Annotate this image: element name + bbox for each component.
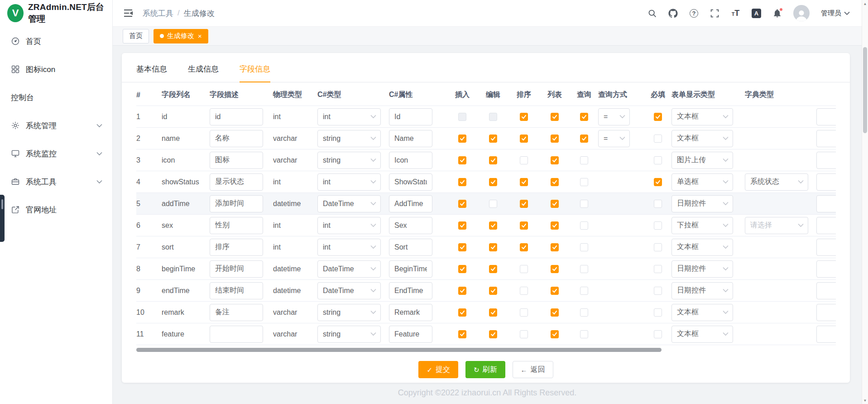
cs-type-select[interactable]: int — [317, 173, 381, 191]
required-checkbox[interactable] — [654, 221, 662, 230]
cs-type-select[interactable]: DateTime — [317, 195, 381, 212]
display-type-select[interactable]: 文本框 — [671, 326, 733, 343]
edit-checkbox[interactable] — [489, 330, 497, 338]
insert-checkbox[interactable] — [458, 156, 466, 164]
query-checkbox[interactable] — [580, 221, 588, 230]
tab-generate-info[interactable]: 生成信息 — [188, 64, 219, 82]
tab-basic-info[interactable]: 基本信息 — [136, 64, 167, 82]
overflow-column-input[interactable] — [816, 173, 836, 191]
sort-checkbox[interactable] — [520, 200, 528, 208]
list-checkbox[interactable] — [551, 287, 559, 295]
list-checkbox[interactable] — [551, 308, 559, 317]
insert-checkbox[interactable] — [458, 330, 466, 338]
insert-checkbox[interactable] — [458, 243, 466, 251]
overflow-column-input[interactable] — [816, 260, 836, 278]
cs-type-select[interactable]: string — [317, 130, 381, 147]
cs-property-input[interactable] — [389, 152, 432, 169]
description-input[interactable] — [210, 173, 263, 191]
sidebar-item-system-tools[interactable]: 系统工具 — [0, 168, 112, 196]
query-checkbox[interactable] — [580, 287, 588, 295]
cs-property-input[interactable] — [389, 260, 432, 278]
cs-property-input[interactable] — [389, 304, 432, 321]
cs-property-input[interactable] — [389, 130, 432, 147]
edit-checkbox[interactable] — [489, 156, 497, 164]
edit-checkbox[interactable] — [489, 178, 497, 186]
description-input[interactable] — [210, 260, 263, 278]
list-checkbox[interactable] — [551, 243, 559, 251]
cs-type-select[interactable]: DateTime — [317, 282, 381, 299]
sort-checkbox[interactable] — [520, 178, 528, 186]
sidebar-item-system-monitor[interactable]: 系统监控 — [0, 139, 112, 168]
scroll-down-icon[interactable]: ▼ — [862, 397, 868, 404]
close-icon[interactable]: × — [198, 33, 202, 39]
avatar[interactable] — [793, 5, 810, 21]
cs-type-select[interactable]: string — [317, 326, 381, 343]
insert-checkbox[interactable] — [458, 113, 466, 121]
sidebar-item-system-admin[interactable]: 系统管理 — [0, 111, 112, 139]
cs-type-select[interactable]: string — [317, 152, 381, 169]
required-checkbox[interactable] — [654, 308, 662, 317]
fullscreen-icon[interactable] — [710, 9, 719, 18]
cs-type-select[interactable]: DateTime — [317, 260, 381, 278]
display-type-select[interactable]: 单选框 — [671, 173, 733, 191]
query-method-select[interactable]: = — [598, 108, 630, 125]
sort-checkbox[interactable] — [520, 243, 528, 251]
cs-type-select[interactable]: string — [317, 304, 381, 321]
cs-property-input[interactable] — [389, 217, 432, 234]
cs-property-input[interactable] — [389, 326, 432, 343]
breadcrumb-section[interactable]: 系统工具 — [143, 8, 173, 19]
insert-checkbox[interactable] — [458, 178, 466, 186]
required-checkbox[interactable] — [654, 265, 662, 273]
insert-checkbox[interactable] — [458, 221, 466, 230]
cs-property-input[interactable] — [389, 195, 432, 212]
display-type-select[interactable]: 下拉框 — [671, 217, 733, 234]
edit-checkbox[interactable] — [489, 113, 497, 121]
collapse-sidebar-icon[interactable] — [123, 8, 134, 19]
required-checkbox[interactable] — [654, 200, 662, 208]
description-input[interactable] — [210, 108, 263, 125]
description-input[interactable] — [210, 130, 263, 147]
display-type-select[interactable]: 文本框 — [671, 304, 733, 321]
sort-checkbox[interactable] — [520, 287, 528, 295]
sort-checkbox[interactable] — [520, 113, 528, 121]
edit-checkbox[interactable] — [489, 265, 497, 273]
description-input[interactable] — [210, 195, 263, 212]
display-type-select[interactable]: 日期控件 — [671, 195, 733, 212]
vertical-scrollbar[interactable]: ▲ ▼ — [862, 0, 868, 404]
insert-checkbox[interactable] — [458, 135, 466, 143]
insert-checkbox[interactable] — [458, 265, 466, 273]
user-menu[interactable]: 管理员 — [821, 9, 850, 18]
sidebar-item-home[interactable]: 首页 — [0, 27, 112, 55]
sort-checkbox[interactable] — [520, 156, 528, 164]
required-checkbox[interactable] — [654, 330, 662, 338]
github-icon[interactable] — [668, 9, 678, 18]
sidebar-item-console[interactable]: 控制台 — [0, 83, 112, 111]
insert-checkbox[interactable] — [458, 200, 466, 208]
tag-generate-edit[interactable]: 生成修改 × — [153, 29, 208, 43]
overflow-column-input[interactable] — [816, 152, 836, 169]
cs-property-input[interactable] — [389, 239, 432, 256]
cs-property-input[interactable] — [389, 282, 432, 299]
overflow-column-input[interactable] — [816, 326, 836, 343]
sort-checkbox[interactable] — [520, 330, 528, 338]
cs-type-select[interactable]: int — [317, 239, 381, 256]
app-logo[interactable]: V ZRAdmin.NET后台管理 — [0, 0, 112, 26]
edit-checkbox[interactable] — [489, 135, 497, 143]
display-type-select[interactable]: 文本框 — [671, 130, 733, 147]
description-input[interactable] — [210, 152, 263, 169]
query-checkbox[interactable] — [580, 265, 588, 273]
sidebar-item-official-site[interactable]: 官网地址 — [0, 196, 112, 224]
edit-checkbox[interactable] — [489, 243, 497, 251]
overflow-column-input[interactable] — [816, 239, 836, 256]
list-checkbox[interactable] — [551, 200, 559, 208]
edit-checkbox[interactable] — [489, 200, 497, 208]
description-input[interactable] — [210, 326, 263, 343]
description-input[interactable] — [210, 304, 263, 321]
list-checkbox[interactable] — [551, 265, 559, 273]
query-checkbox[interactable] — [580, 113, 588, 121]
cs-property-input[interactable] — [389, 108, 432, 125]
required-checkbox[interactable] — [654, 287, 662, 295]
overflow-column-input[interactable] — [816, 195, 836, 212]
display-type-select[interactable]: 文本框 — [671, 239, 733, 256]
back-button[interactable]: ← 返回 — [513, 361, 553, 378]
